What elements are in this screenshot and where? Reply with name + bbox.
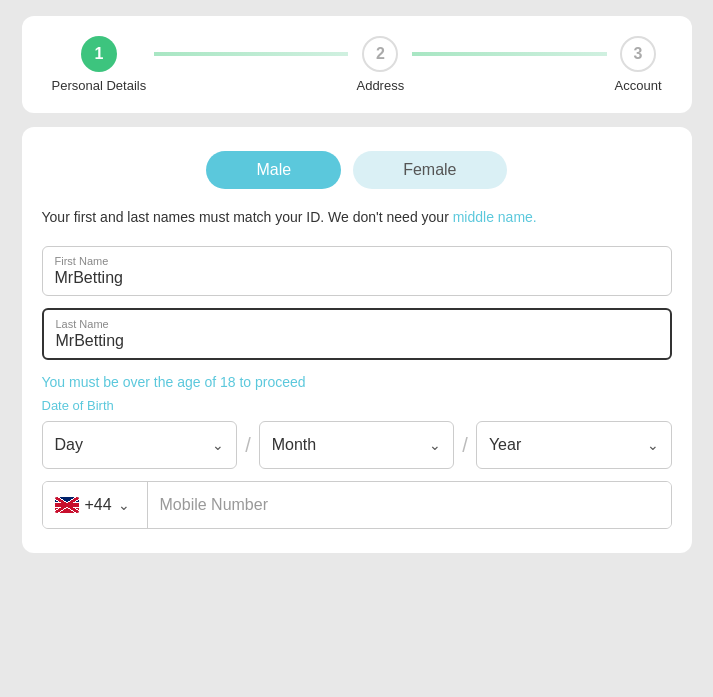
step-line-1-2: [154, 52, 348, 56]
stepper: 1 Personal Details 2 Address 3 Account: [52, 36, 662, 93]
date-separator-1: /: [245, 434, 251, 457]
day-select[interactable]: Day ⌄: [42, 421, 238, 469]
step-line-2-3: [412, 52, 606, 56]
mobile-number-input[interactable]: [148, 482, 671, 528]
step-1-label: Personal Details: [52, 78, 147, 93]
country-code-value: +44: [85, 496, 112, 514]
month-chevron-icon: ⌄: [429, 437, 441, 453]
gender-row: Male Female: [42, 151, 672, 189]
step-3-circle: 3: [620, 36, 656, 72]
first-name-input[interactable]: [55, 269, 659, 287]
first-name-label: First Name: [55, 255, 659, 267]
day-chevron-icon: ⌄: [212, 437, 224, 453]
step-2[interactable]: 2 Address: [356, 36, 404, 93]
month-select[interactable]: Month ⌄: [259, 421, 455, 469]
last-name-group: Last Name: [42, 308, 672, 360]
male-button[interactable]: Male: [206, 151, 341, 189]
country-chevron-icon: ⌄: [118, 497, 130, 513]
country-code-selector[interactable]: +44 ⌄: [43, 482, 148, 528]
step-3[interactable]: 3 Account: [615, 36, 662, 93]
first-name-group: First Name: [42, 246, 672, 296]
last-name-label: Last Name: [56, 318, 658, 330]
step-1[interactable]: 1 Personal Details: [52, 36, 147, 93]
name-info-text: Your first and last names must match you…: [42, 207, 672, 228]
date-separator-2: /: [462, 434, 468, 457]
age-warning-text: You must be over the age of 18 to procee…: [42, 374, 672, 390]
step-3-label: Account: [615, 78, 662, 93]
step-2-label: Address: [356, 78, 404, 93]
year-select[interactable]: Year ⌄: [476, 421, 672, 469]
uk-flag-icon: [55, 497, 79, 513]
phone-row: +44 ⌄: [42, 481, 672, 529]
form-card: Male Female Your first and last names mu…: [22, 127, 692, 553]
step-2-circle: 2: [362, 36, 398, 72]
step-1-circle: 1: [81, 36, 117, 72]
date-of-birth-row: Day ⌄ / Month ⌄ / Year ⌄: [42, 421, 672, 469]
day-label: Day: [55, 436, 83, 454]
year-label: Year: [489, 436, 521, 454]
stepper-card: 1 Personal Details 2 Address 3 Account: [22, 16, 692, 113]
dob-label: Date of Birth: [42, 398, 672, 413]
female-button[interactable]: Female: [353, 151, 506, 189]
year-chevron-icon: ⌄: [647, 437, 659, 453]
last-name-input[interactable]: [56, 332, 658, 350]
month-label: Month: [272, 436, 316, 454]
